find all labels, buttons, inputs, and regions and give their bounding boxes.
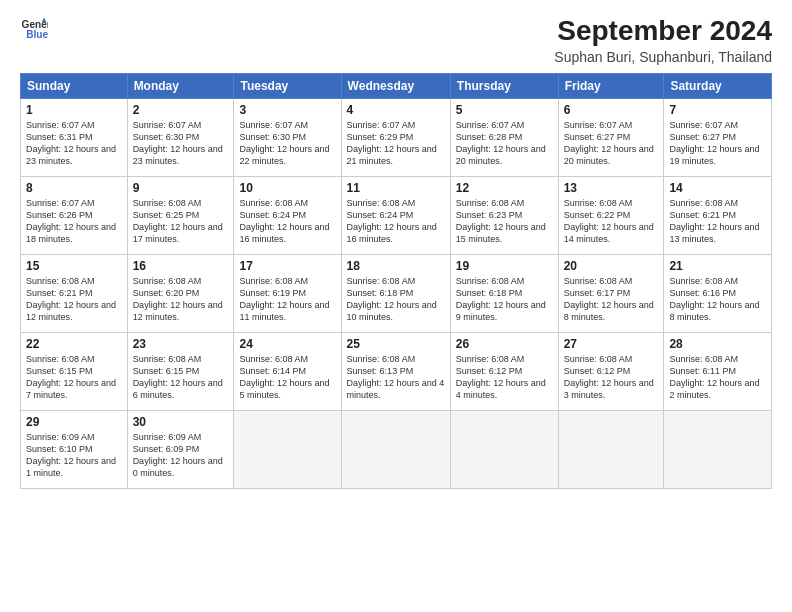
day-number: 21 (669, 259, 766, 273)
day-number: 9 (133, 181, 229, 195)
calendar-cell: 2 Sunrise: 6:07 AMSunset: 6:30 PMDayligh… (127, 98, 234, 176)
header: General Blue September 2024 Suphan Buri,… (20, 16, 772, 65)
calendar-cell: 17 Sunrise: 6:08 AMSunset: 6:19 PMDaylig… (234, 254, 341, 332)
page: General Blue September 2024 Suphan Buri,… (0, 0, 792, 612)
day-info: Sunrise: 6:08 AMSunset: 6:24 PMDaylight:… (239, 198, 329, 244)
day-number: 25 (347, 337, 445, 351)
calendar-cell: 7 Sunrise: 6:07 AMSunset: 6:27 PMDayligh… (664, 98, 772, 176)
day-info: Sunrise: 6:08 AMSunset: 6:11 PMDaylight:… (669, 354, 759, 400)
day-number: 20 (564, 259, 659, 273)
day-number: 16 (133, 259, 229, 273)
calendar-cell: 10 Sunrise: 6:08 AMSunset: 6:24 PMDaylig… (234, 176, 341, 254)
day-info: Sunrise: 6:07 AMSunset: 6:27 PMDaylight:… (564, 120, 654, 166)
day-header-monday: Monday (127, 73, 234, 98)
title-area: September 2024 Suphan Buri, Suphanburi, … (554, 16, 772, 65)
calendar-cell: 23 Sunrise: 6:08 AMSunset: 6:15 PMDaylig… (127, 332, 234, 410)
week-row-4: 29 Sunrise: 6:09 AMSunset: 6:10 PMDaylig… (21, 410, 772, 488)
day-number: 10 (239, 181, 335, 195)
calendar-cell: 14 Sunrise: 6:08 AMSunset: 6:21 PMDaylig… (664, 176, 772, 254)
calendar-cell: 1 Sunrise: 6:07 AMSunset: 6:31 PMDayligh… (21, 98, 128, 176)
calendar-cell (664, 410, 772, 488)
calendar-cell: 6 Sunrise: 6:07 AMSunset: 6:27 PMDayligh… (558, 98, 664, 176)
calendar-cell: 11 Sunrise: 6:08 AMSunset: 6:24 PMDaylig… (341, 176, 450, 254)
day-number: 17 (239, 259, 335, 273)
calendar-cell: 9 Sunrise: 6:08 AMSunset: 6:25 PMDayligh… (127, 176, 234, 254)
logo: General Blue (20, 16, 48, 44)
day-number: 22 (26, 337, 122, 351)
day-header-wednesday: Wednesday (341, 73, 450, 98)
day-info: Sunrise: 6:08 AMSunset: 6:16 PMDaylight:… (669, 276, 759, 322)
day-info: Sunrise: 6:07 AMSunset: 6:30 PMDaylight:… (239, 120, 329, 166)
day-info: Sunrise: 6:08 AMSunset: 6:12 PMDaylight:… (564, 354, 654, 400)
day-number: 13 (564, 181, 659, 195)
day-number: 30 (133, 415, 229, 429)
day-info: Sunrise: 6:08 AMSunset: 6:21 PMDaylight:… (26, 276, 116, 322)
day-number: 28 (669, 337, 766, 351)
calendar-cell: 18 Sunrise: 6:08 AMSunset: 6:18 PMDaylig… (341, 254, 450, 332)
day-header-sunday: Sunday (21, 73, 128, 98)
calendar-cell: 21 Sunrise: 6:08 AMSunset: 6:16 PMDaylig… (664, 254, 772, 332)
day-info: Sunrise: 6:08 AMSunset: 6:15 PMDaylight:… (133, 354, 223, 400)
day-info: Sunrise: 6:08 AMSunset: 6:24 PMDaylight:… (347, 198, 437, 244)
day-info: Sunrise: 6:08 AMSunset: 6:14 PMDaylight:… (239, 354, 329, 400)
calendar-cell (234, 410, 341, 488)
svg-text:Blue: Blue (26, 29, 48, 40)
day-header-tuesday: Tuesday (234, 73, 341, 98)
day-info: Sunrise: 6:09 AMSunset: 6:10 PMDaylight:… (26, 432, 116, 478)
day-header-saturday: Saturday (664, 73, 772, 98)
day-info: Sunrise: 6:07 AMSunset: 6:31 PMDaylight:… (26, 120, 116, 166)
day-number: 3 (239, 103, 335, 117)
day-info: Sunrise: 6:07 AMSunset: 6:30 PMDaylight:… (133, 120, 223, 166)
day-number: 8 (26, 181, 122, 195)
day-number: 4 (347, 103, 445, 117)
calendar-cell (558, 410, 664, 488)
day-number: 18 (347, 259, 445, 273)
calendar-cell: 22 Sunrise: 6:08 AMSunset: 6:15 PMDaylig… (21, 332, 128, 410)
week-row-3: 22 Sunrise: 6:08 AMSunset: 6:15 PMDaylig… (21, 332, 772, 410)
calendar-cell: 25 Sunrise: 6:08 AMSunset: 6:13 PMDaylig… (341, 332, 450, 410)
calendar-cell: 27 Sunrise: 6:08 AMSunset: 6:12 PMDaylig… (558, 332, 664, 410)
day-number: 27 (564, 337, 659, 351)
calendar-cell: 26 Sunrise: 6:08 AMSunset: 6:12 PMDaylig… (450, 332, 558, 410)
day-info: Sunrise: 6:08 AMSunset: 6:12 PMDaylight:… (456, 354, 546, 400)
day-info: Sunrise: 6:07 AMSunset: 6:27 PMDaylight:… (669, 120, 759, 166)
day-info: Sunrise: 6:08 AMSunset: 6:22 PMDaylight:… (564, 198, 654, 244)
day-number: 5 (456, 103, 553, 117)
week-row-2: 15 Sunrise: 6:08 AMSunset: 6:21 PMDaylig… (21, 254, 772, 332)
calendar-cell: 29 Sunrise: 6:09 AMSunset: 6:10 PMDaylig… (21, 410, 128, 488)
day-number: 19 (456, 259, 553, 273)
main-title: September 2024 (554, 16, 772, 47)
calendar-cell: 15 Sunrise: 6:08 AMSunset: 6:21 PMDaylig… (21, 254, 128, 332)
day-info: Sunrise: 6:07 AMSunset: 6:29 PMDaylight:… (347, 120, 437, 166)
day-info: Sunrise: 6:08 AMSunset: 6:21 PMDaylight:… (669, 198, 759, 244)
week-row-0: 1 Sunrise: 6:07 AMSunset: 6:31 PMDayligh… (21, 98, 772, 176)
calendar-table: SundayMondayTuesdayWednesdayThursdayFrid… (20, 73, 772, 489)
day-number: 6 (564, 103, 659, 117)
calendar-cell: 13 Sunrise: 6:08 AMSunset: 6:22 PMDaylig… (558, 176, 664, 254)
day-info: Sunrise: 6:08 AMSunset: 6:18 PMDaylight:… (347, 276, 437, 322)
calendar-cell: 20 Sunrise: 6:08 AMSunset: 6:17 PMDaylig… (558, 254, 664, 332)
day-info: Sunrise: 6:09 AMSunset: 6:09 PMDaylight:… (133, 432, 223, 478)
day-header-friday: Friday (558, 73, 664, 98)
day-number: 2 (133, 103, 229, 117)
day-number: 11 (347, 181, 445, 195)
day-info: Sunrise: 6:08 AMSunset: 6:18 PMDaylight:… (456, 276, 546, 322)
calendar-cell: 12 Sunrise: 6:08 AMSunset: 6:23 PMDaylig… (450, 176, 558, 254)
day-info: Sunrise: 6:08 AMSunset: 6:17 PMDaylight:… (564, 276, 654, 322)
calendar-cell (341, 410, 450, 488)
calendar-cell: 8 Sunrise: 6:07 AMSunset: 6:26 PMDayligh… (21, 176, 128, 254)
calendar-cell: 19 Sunrise: 6:08 AMSunset: 6:18 PMDaylig… (450, 254, 558, 332)
calendar-cell: 4 Sunrise: 6:07 AMSunset: 6:29 PMDayligh… (341, 98, 450, 176)
calendar-cell (450, 410, 558, 488)
day-info: Sunrise: 6:08 AMSunset: 6:15 PMDaylight:… (26, 354, 116, 400)
week-row-1: 8 Sunrise: 6:07 AMSunset: 6:26 PMDayligh… (21, 176, 772, 254)
day-number: 1 (26, 103, 122, 117)
calendar-cell: 16 Sunrise: 6:08 AMSunset: 6:20 PMDaylig… (127, 254, 234, 332)
day-info: Sunrise: 6:07 AMSunset: 6:26 PMDaylight:… (26, 198, 116, 244)
day-info: Sunrise: 6:08 AMSunset: 6:23 PMDaylight:… (456, 198, 546, 244)
day-info: Sunrise: 6:08 AMSunset: 6:13 PMDaylight:… (347, 354, 445, 400)
calendar-cell: 28 Sunrise: 6:08 AMSunset: 6:11 PMDaylig… (664, 332, 772, 410)
calendar-cell: 3 Sunrise: 6:07 AMSunset: 6:30 PMDayligh… (234, 98, 341, 176)
day-info: Sunrise: 6:08 AMSunset: 6:20 PMDaylight:… (133, 276, 223, 322)
day-info: Sunrise: 6:07 AMSunset: 6:28 PMDaylight:… (456, 120, 546, 166)
